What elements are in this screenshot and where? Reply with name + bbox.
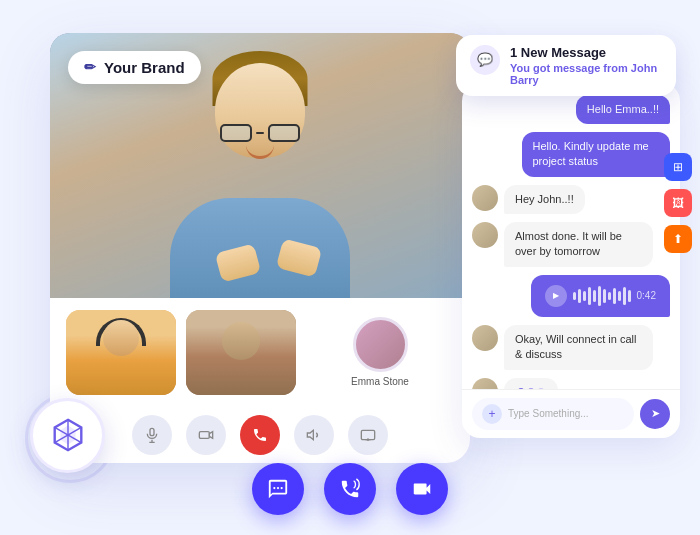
screen-share-button[interactable] <box>348 415 388 455</box>
msg-bubble-in-1: Hey John..!! <box>504 185 585 214</box>
thumb-person-2 <box>186 310 296 395</box>
brand-logo <box>49 416 87 454</box>
pen-icon: ✏ <box>84 59 96 75</box>
person-head <box>215 63 305 158</box>
glass-right <box>268 124 300 142</box>
msg-in-1: Hey John..!! <box>472 185 670 214</box>
thumbnail-1[interactable] <box>66 310 176 395</box>
end-call-button[interactable] <box>240 415 280 455</box>
notification-popup: 💬 1 New Message You got message from Joh… <box>456 35 676 96</box>
chat-send-button[interactable]: ➤ <box>640 399 670 429</box>
svg-rect-0 <box>150 428 154 435</box>
mic-button[interactable] <box>132 415 172 455</box>
voice-call-action-btn[interactable] <box>324 463 376 515</box>
brand-badge: ✏ Your Brand <box>68 51 201 84</box>
svg-marker-2 <box>209 431 212 438</box>
svg-point-12 <box>273 486 275 488</box>
glass-left <box>220 124 252 142</box>
thumbnail-3-wrap: Emma Stone <box>306 317 454 387</box>
grid-icon-btn[interactable]: ⊞ <box>664 153 692 181</box>
msg-bubble-out-1: Hello Emma..!! <box>576 95 670 124</box>
photo-icon-btn[interactable]: 🖼 <box>664 189 692 217</box>
msg-bubble-in-2: Almost done. It will be over by tomorrow <box>504 222 653 267</box>
thumbnail-name-3: Emma Stone <box>351 376 409 387</box>
msg-avatar-2 <box>472 222 498 248</box>
chat-placeholder: Type Something... <box>508 408 589 419</box>
thumbnails-row: Emma Stone <box>50 298 470 407</box>
person-smile <box>246 145 274 159</box>
notif-title: 1 New Message <box>510 45 662 60</box>
msg-avatar-1 <box>472 185 498 211</box>
msg-avatar-3 <box>472 325 498 351</box>
chat-messages: Hello Emma..!! Hello. Kindly update me p… <box>462 83 680 389</box>
msg-out-1: Hello Emma..!! <box>472 95 670 124</box>
svg-point-14 <box>281 486 283 488</box>
brand-name: Your Brand <box>104 59 185 76</box>
notif-subtitle: You got message from John Barry <box>510 62 662 86</box>
thumbnail-avatar-3 <box>353 317 408 372</box>
audio-play-btn[interactable]: ▶ <box>545 285 567 307</box>
chat-panel: Hello Emma..!! Hello. Kindly update me p… <box>462 83 680 438</box>
msg-in-2: Almost done. It will be over by tomorrow <box>472 222 670 267</box>
svg-rect-4 <box>361 430 374 439</box>
svg-marker-3 <box>307 430 313 439</box>
msg-typing <box>472 378 670 389</box>
quick-icons: ⊞ 🖼 ⬆ <box>664 153 692 253</box>
audio-waveform <box>573 286 631 306</box>
notif-icon: 💬 <box>470 45 500 75</box>
chat-input-field[interactable]: + Type Something... <box>472 398 634 430</box>
call-controls <box>50 407 470 469</box>
person-body <box>170 198 350 298</box>
svg-rect-1 <box>199 431 209 438</box>
thumb-person-1 <box>66 310 176 395</box>
person-glasses <box>220 123 300 143</box>
audio-duration: 0:42 <box>637 290 656 301</box>
notif-text: 1 New Message You got message from John … <box>510 45 662 86</box>
msg-bubble-in-3: Okay, Will connect in call & discuss <box>504 325 653 370</box>
msg-avatar-typing <box>472 378 498 389</box>
chat-input-area: + Type Something... ➤ <box>462 389 680 438</box>
msg-audio: ▶ 0:42 <box>531 275 670 317</box>
bottom-actions <box>252 463 448 515</box>
thumbnail-2[interactable] <box>186 310 296 395</box>
video-call-action-btn[interactable] <box>396 463 448 515</box>
msg-audio-wrap: ▶ 0:42 <box>472 275 670 317</box>
camera-button[interactable] <box>186 415 226 455</box>
brand-circle <box>30 398 105 473</box>
msg-bubble-out-2: Hello. Kindly update me project status <box>522 132 671 177</box>
typing-indicator <box>504 378 558 389</box>
chat-action-btn[interactable] <box>252 463 304 515</box>
notif-subtitle-text: You got message from <box>510 62 631 74</box>
speaker-button[interactable] <box>294 415 334 455</box>
share-icon-btn[interactable]: ⬆ <box>664 225 692 253</box>
msg-out-2: Hello. Kindly update me project status <box>472 132 670 177</box>
chat-add-btn[interactable]: + <box>482 404 502 424</box>
svg-point-13 <box>277 486 279 488</box>
glass-bridge <box>256 132 264 134</box>
msg-in-3: Okay, Will connect in call & discuss <box>472 325 670 370</box>
video-card: ✏ Your Brand <box>50 33 470 463</box>
